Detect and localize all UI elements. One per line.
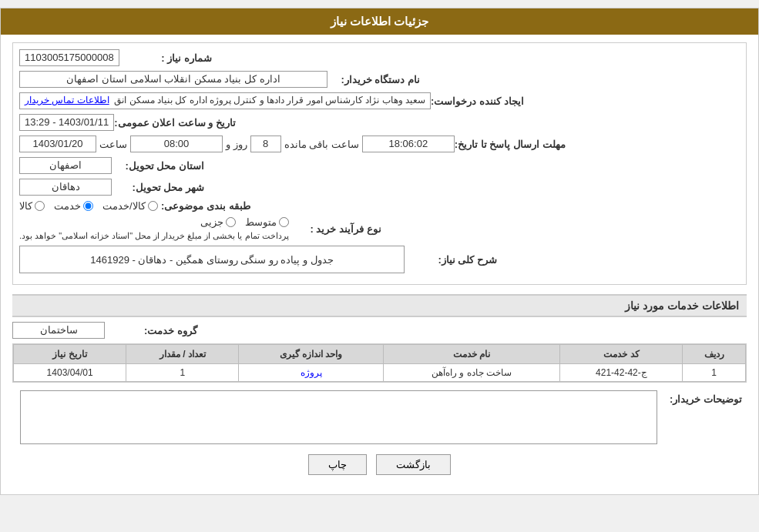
- description-value: جدول و پیاده رو سنگی روستای همگین - دهاق…: [19, 246, 405, 273]
- date-value: 1403/01/11 - 13:29: [19, 114, 114, 131]
- services-table: ردیف کد خدمت نام خدمت واحد اندازه گیری ت…: [13, 344, 746, 382]
- delivery-city-row: شهر محل تحویل: دهاقان: [19, 179, 740, 196]
- subject-service-label: خدمت: [54, 200, 81, 212]
- purchase-medium: متوسط: [245, 216, 289, 228]
- requester-row: ایجاد کننده درخواست: سعید وهاب نژاد کارش…: [19, 92, 740, 109]
- requester-label: ایجاد کننده درخواست:: [431, 95, 524, 107]
- subject-goods-radio[interactable]: [35, 201, 45, 211]
- print-button[interactable]: چاپ: [308, 454, 367, 475]
- need-number-value: 1103005175000008: [19, 49, 119, 66]
- remaining-label: ساعت باقی مانده: [284, 139, 359, 150]
- delivery-province-value: اصفهان: [19, 157, 112, 174]
- days-label: روز و: [226, 139, 247, 150]
- days-value: 8: [250, 136, 281, 152]
- table-row: 1 ج-42-42-421 ساخت جاده و راه‌آهن پروژه …: [14, 364, 746, 382]
- buttons-row: بازگشت چاپ: [12, 454, 747, 475]
- delivery-city-label: شهر محل تحویل:: [112, 182, 204, 193]
- cell-service-name: ساخت جاده و راه‌آهن: [383, 364, 560, 382]
- response-date-value: 1403/01/20: [19, 136, 96, 152]
- col-quantity: تعداد / مقدار: [126, 345, 239, 364]
- purchase-partial: جزیی: [200, 216, 236, 228]
- col-row-num: ردیف: [683, 345, 746, 364]
- subject-service-radio[interactable]: [83, 201, 93, 211]
- date-row: تاریخ و ساعت اعلان عمومی: 1403/01/11 - 1…: [19, 114, 740, 131]
- purchase-notice: پرداخت تمام یا بخشی از مبلغ خریدار از مح…: [19, 231, 289, 241]
- buyer-org-value: اداره کل بنیاد مسکن انقلاب اسلامی استان …: [19, 71, 327, 88]
- cell-need-date: 1403/04/01: [14, 364, 126, 382]
- subject-row: طبقه بندی موضوعی: کالا/خدمت خدمت کالا: [19, 200, 740, 212]
- subject-goods-service: کالا/خدمت: [102, 200, 158, 212]
- purchase-medium-radio[interactable]: [279, 217, 289, 227]
- purchase-type-label: نوع فرآیند خرید :: [289, 223, 381, 235]
- buyer-notes-row: توضیحات خریدار:: [12, 390, 747, 447]
- col-need-date: تاریخ نیاز: [14, 345, 126, 364]
- delivery-province-label: استان محل تحویل:: [112, 160, 204, 172]
- subject-radio-group: کالا/خدمت خدمت کالا: [19, 200, 158, 212]
- description-label: شرح کلی نیاز:: [405, 254, 497, 266]
- subject-goods-label: کالا: [19, 200, 32, 212]
- purchase-partial-radio[interactable]: [226, 217, 236, 227]
- purchase-type-content: متوسط جزیی پرداخت تمام یا بخشی از مبلغ خ…: [19, 216, 289, 241]
- response-deadline-fields: 18:06:02 ساعت باقی مانده 8 روز و 08:00 س…: [19, 136, 455, 152]
- date-label: تاریخ و ساعت اعلان عمومی:: [114, 117, 236, 129]
- response-deadline-label: مهلت ارسال پاسخ تا تاریخ:: [455, 139, 566, 150]
- service-group-label: گروه خدمت:: [105, 325, 197, 336]
- col-service-code: کد خدمت: [560, 345, 683, 364]
- purchase-type-row: نوع فرآیند خرید : متوسط جزیی پرداخت تمام…: [19, 216, 740, 241]
- service-section-title: اطلاعات خدمات مورد نیاز: [12, 294, 747, 317]
- purchase-partial-label: جزیی: [200, 216, 223, 228]
- buyer-notes-content: [20, 390, 657, 447]
- remaining-time-value: 18:06:02: [362, 136, 455, 152]
- description-row: شرح کلی نیاز: جدول و پیاده رو سنگی روستا…: [19, 246, 740, 273]
- services-table-section: ردیف کد خدمت نام خدمت واحد اندازه گیری ت…: [12, 343, 747, 383]
- page-title: جزئیات اطلاعات نیاز: [331, 15, 428, 28]
- contact-info-link[interactable]: اطلاعات تماس خریدار: [25, 95, 109, 105]
- need-number-row: شماره نیاز : 1103005175000008: [19, 49, 740, 66]
- subject-service: خدمت: [54, 200, 93, 212]
- time-label: ساعت: [99, 139, 127, 150]
- content-area: شماره نیاز : 1103005175000008 نام دستگاه…: [1, 35, 758, 494]
- subject-goods-service-label: کالا/خدمت: [102, 200, 146, 212]
- subject-goods: کالا: [19, 200, 45, 212]
- subject-goods-service-radio[interactable]: [148, 201, 158, 211]
- cell-row-num: 1: [683, 364, 746, 382]
- page-container: جزئیات اطلاعات نیاز شماره نیاز : 1103005…: [0, 8, 759, 495]
- delivery-city-value: دهاقان: [19, 179, 112, 196]
- buyer-notes-textarea[interactable]: [20, 390, 657, 444]
- cell-service-code: ج-42-42-421: [560, 364, 683, 382]
- time-value: 08:00: [130, 136, 223, 152]
- col-unit: واحد اندازه گیری: [239, 345, 383, 364]
- service-group-row: گروه خدمت: ساختمان: [12, 322, 747, 339]
- col-service-name: نام خدمت: [383, 345, 560, 364]
- buyer-notes-label: توضیحات خریدار:: [657, 390, 742, 405]
- requester-value: سعید وهاب نژاد کارشناس امور قرار دادها و…: [19, 92, 431, 109]
- cell-quantity: 1: [126, 364, 239, 382]
- buyer-org-row: نام دستگاه خریدار: اداره کل بنیاد مسکن ا…: [19, 71, 740, 88]
- response-deadline-row: مهلت ارسال پاسخ تا تاریخ: 18:06:02 ساعت …: [19, 136, 740, 152]
- service-group-value: ساختمان: [12, 322, 105, 339]
- purchase-type-radio-group: متوسط جزیی: [200, 216, 289, 228]
- subject-label: طبقه بندی موضوعی:: [158, 200, 250, 212]
- delivery-province-row: استان محل تحویل: اصفهان: [19, 157, 740, 174]
- back-button[interactable]: بازگشت: [376, 454, 451, 475]
- main-info-section: شماره نیاز : 1103005175000008 نام دستگاه…: [12, 42, 747, 285]
- purchase-medium-label: متوسط: [245, 216, 277, 228]
- buyer-org-label: نام دستگاه خریدار:: [327, 74, 420, 85]
- page-header: جزئیات اطلاعات نیاز: [1, 8, 758, 35]
- need-number-label: شماره نیاز :: [119, 52, 212, 64]
- cell-unit: پروژه: [239, 364, 383, 382]
